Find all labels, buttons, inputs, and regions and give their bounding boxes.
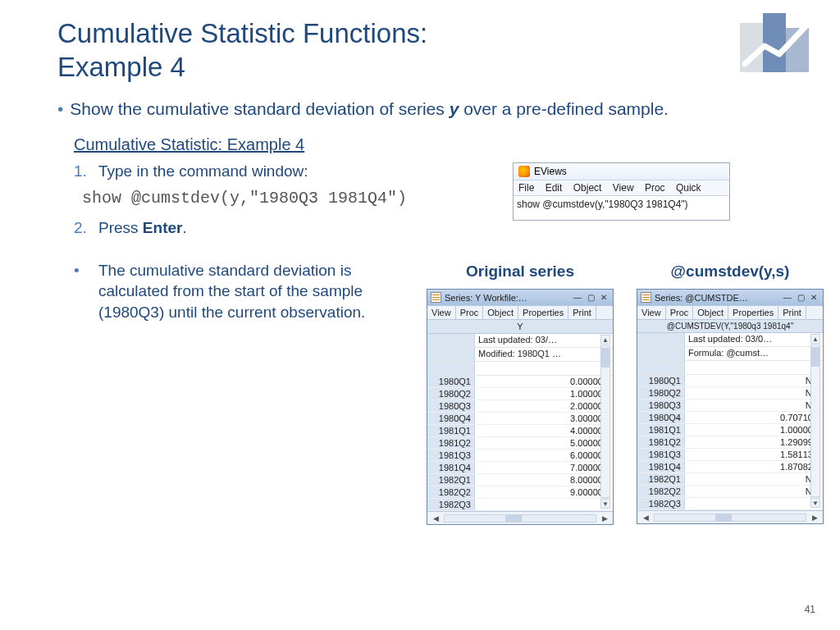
menu-edit[interactable]: Edit <box>546 182 563 194</box>
period-cell: 1981Q4 <box>637 461 685 472</box>
scroll-up-icon[interactable]: ▲ <box>600 335 610 345</box>
title-line-2: Example 4 <box>57 50 783 84</box>
value-cell: 1.581139 <box>685 449 823 460</box>
cmdwin-command-text[interactable]: show @cumstdev(y,"1980Q3 1981Q4") <box>514 196 729 220</box>
value-cell: 0.000000 <box>475 376 613 387</box>
scroll-left-icon[interactable]: ◀ <box>641 513 651 523</box>
value-cell: 4.000000 <box>475 425 613 436</box>
series-data-grid: 1980Q1NA1980Q2NA1980Q3NA1980Q40.70710719… <box>637 375 823 510</box>
tb-print[interactable]: Print <box>778 306 806 319</box>
tb-object[interactable]: Object <box>693 306 728 319</box>
value-cell: NA <box>685 486 823 497</box>
menu-file[interactable]: File <box>518 182 534 194</box>
tb-proc[interactable]: Proc <box>456 306 484 319</box>
table-row: 1982Q3 <box>637 498 823 510</box>
period-cell: 1980Q3 <box>637 399 685 411</box>
table-row: 1981Q11.000000 <box>637 424 823 436</box>
value-cell: 1.000000 <box>685 424 823 436</box>
example-heading: Cumulative Statistic: Example 4 <box>74 135 783 154</box>
period-cell: 1982Q3 <box>637 498 685 509</box>
maximize-icon[interactable]: ▢ <box>795 293 806 303</box>
period-cell: 1980Q1 <box>427 376 475 387</box>
step-1-text: Type in the command window: <box>98 162 308 180</box>
scroll-right-icon[interactable]: ▶ <box>810 513 819 523</box>
main-bullet: •Show the cumulative standard deviation … <box>57 99 783 119</box>
slide-title: Cumulative Statistic Functions: Example … <box>57 16 783 84</box>
cmdwin-menubar: File Edit Object View Proc Quick <box>514 180 729 196</box>
minimize-icon[interactable]: — <box>782 293 793 303</box>
table-row: 1982Q3 <box>427 499 613 511</box>
serwin-toolbar: View Proc Object Properties Print <box>427 305 613 320</box>
serwin-title: Series: Y Workfile:… <box>445 293 568 303</box>
menu-proc[interactable]: Proc <box>645 182 665 194</box>
logo <box>740 13 815 72</box>
period-cell: 1980Q3 <box>427 400 475 412</box>
step-2-num: 2. <box>74 219 98 237</box>
value-cell: 1.000000 <box>475 388 613 399</box>
eviews-command-window: EViews File Edit Object View Proc Quick … <box>513 162 730 221</box>
bullet-dot: • <box>74 260 98 323</box>
table-row: 1982Q1NA <box>637 473 823 486</box>
horizontal-scrollbar[interactable]: ◀ ▶ <box>427 511 613 524</box>
close-icon[interactable]: ✕ <box>598 293 609 303</box>
scroll-right-icon[interactable]: ▶ <box>600 514 609 523</box>
cumstdev-series-label: @cumstdev(y,s) <box>637 262 824 281</box>
menu-view[interactable]: View <box>613 182 634 194</box>
series-meta: Last updated: 03/0… Formula: @cumst… <box>637 333 823 375</box>
table-row: 1981Q25.000000 <box>427 437 613 450</box>
tb-view[interactable]: View <box>637 306 666 319</box>
value-cell: NA <box>685 375 823 386</box>
series-icon <box>641 292 651 303</box>
period-cell: 1981Q1 <box>427 425 475 436</box>
cmdwin-titlebar: EViews <box>514 163 729 180</box>
tb-print[interactable]: Print <box>568 306 596 319</box>
period-cell: 1981Q1 <box>637 424 685 436</box>
menu-quick[interactable]: Quick <box>676 182 701 194</box>
value-cell: 6.000000 <box>475 450 613 461</box>
scroll-down-icon[interactable]: ▼ <box>810 498 820 508</box>
table-row: 1981Q36.000000 <box>427 450 613 462</box>
table-row: 1980Q21.000000 <box>427 388 613 400</box>
eviews-icon <box>518 166 530 177</box>
value-cell <box>475 499 613 510</box>
original-series-label: Original series <box>427 262 614 281</box>
table-row: 1980Q43.000000 <box>427 413 613 425</box>
tb-object[interactable]: Object <box>483 306 518 319</box>
vertical-scrollbar[interactable]: ▲ ▼ <box>810 333 821 510</box>
serwin-title: Series: @CUMSTDE… <box>655 293 778 303</box>
tb-proc[interactable]: Proc <box>666 306 694 319</box>
vertical-scrollbar[interactable]: ▲ ▼ <box>600 334 611 511</box>
table-row: 1980Q40.707107 <box>637 412 823 424</box>
period-cell: 1981Q3 <box>637 449 685 460</box>
table-row: 1981Q47.000000 <box>427 462 613 474</box>
tb-properties[interactable]: Properties <box>728 306 778 319</box>
period-cell: 1981Q4 <box>427 462 475 473</box>
tb-view[interactable]: View <box>427 306 456 319</box>
table-row: 1981Q31.581139 <box>637 449 823 461</box>
period-cell: 1980Q1 <box>637 375 685 386</box>
table-row: 1982Q2NA <box>637 486 823 498</box>
scroll-down-icon[interactable]: ▼ <box>600 499 610 509</box>
maximize-icon[interactable]: ▢ <box>585 293 596 303</box>
close-icon[interactable]: ✕ <box>808 293 819 303</box>
value-cell: NA <box>685 473 823 485</box>
table-row: 1980Q32.000000 <box>427 400 613 413</box>
value-cell: 0.707107 <box>685 412 823 423</box>
value-cell: 1.290994 <box>685 436 823 448</box>
scroll-up-icon[interactable]: ▲ <box>810 334 820 344</box>
period-cell: 1982Q2 <box>427 486 475 498</box>
serwin-titlebar: Series: Y Workfile:… — ▢ ✕ <box>427 290 613 305</box>
minimize-icon[interactable]: — <box>572 293 583 303</box>
value-cell: 9.000000 <box>475 486 613 498</box>
value-cell: 8.000000 <box>475 474 613 486</box>
period-cell: 1981Q3 <box>427 450 475 461</box>
value-cell: 1.870829 <box>685 461 823 472</box>
horizontal-scrollbar[interactable]: ◀ ▶ <box>637 510 823 523</box>
period-cell: 1980Q2 <box>427 388 475 399</box>
table-row: 1980Q1NA <box>637 375 823 387</box>
scroll-left-icon[interactable]: ◀ <box>431 514 441 523</box>
menu-object[interactable]: Object <box>573 182 602 194</box>
tb-properties[interactable]: Properties <box>518 306 568 319</box>
value-cell: NA <box>685 387 823 399</box>
period-cell: 1980Q2 <box>637 387 685 399</box>
